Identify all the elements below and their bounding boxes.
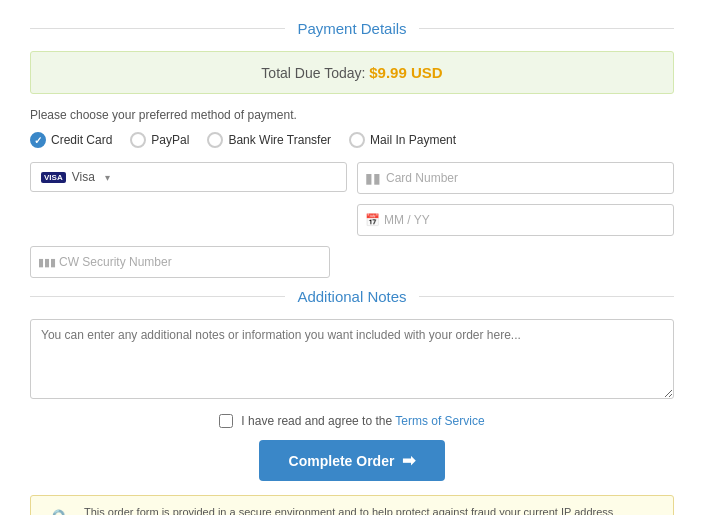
payment-details-header: Payment Details <box>30 20 674 37</box>
notes-divider: Additional Notes <box>30 288 674 305</box>
complete-btn-row: Complete Order ➡ <box>30 440 674 481</box>
complete-order-label: Complete Order <box>289 453 395 469</box>
expiry-wrapper: 📅 <box>357 204 674 236</box>
card-number-input[interactable] <box>357 162 674 194</box>
tos-link[interactable]: Terms of Service <box>395 414 484 428</box>
notes-section: Additional Notes <box>30 288 674 402</box>
radio-credit-card-label: Credit Card <box>51 133 112 147</box>
tos-label: I have read and agree to the Terms of Se… <box>241 414 484 428</box>
radio-bank-wire-label: Bank Wire Transfer <box>228 133 331 147</box>
visa-label: Visa <box>72 170 95 184</box>
visa-select-dropdown[interactable]: VISA Visa ▾ <box>30 162 347 192</box>
page-title: Payment Details <box>285 20 418 37</box>
card-fields-row2: 📅 <box>30 204 674 236</box>
cvv-input[interactable] <box>30 246 330 278</box>
visa-badge: VISA <box>41 172 66 183</box>
radio-paypal[interactable]: PayPal <box>130 132 189 148</box>
cvv-row: ▮▮▮ <box>30 246 674 278</box>
cvv-wrapper: ▮▮▮ <box>30 246 330 278</box>
radio-paypal-circle <box>130 132 146 148</box>
calendar-icon: 📅 <box>365 213 380 227</box>
radio-credit-card-circle <box>30 132 46 148</box>
radio-bank-wire[interactable]: Bank Wire Transfer <box>207 132 331 148</box>
notes-title: Additional Notes <box>285 288 418 305</box>
card-number-col: ▮▮ <box>357 162 674 194</box>
lock-icon: 🔒 <box>45 508 72 515</box>
visa-select-col: VISA Visa ▾ <box>30 162 347 194</box>
radio-paypal-label: PayPal <box>151 133 189 147</box>
security-text: This order form is provided in a secure … <box>84 506 659 515</box>
expiry-col: 📅 <box>357 204 674 236</box>
card-number-wrapper: ▮▮ <box>357 162 674 194</box>
radio-mail-in[interactable]: Mail In Payment <box>349 132 456 148</box>
total-label: Total Due Today: <box>261 65 365 81</box>
tos-checkbox[interactable] <box>219 414 233 428</box>
tos-row: I have read and agree to the Terms of Se… <box>30 414 674 428</box>
cvv-icon: ▮▮▮ <box>38 256 56 269</box>
total-due-box: Total Due Today: $9.99 USD <box>30 51 674 94</box>
payment-method-group: Credit Card PayPal Bank Wire Transfer Ma… <box>30 132 674 148</box>
radio-mail-in-circle <box>349 132 365 148</box>
payment-method-prompt: Please choose your preferred method of p… <box>30 108 674 122</box>
card-fields-row1: VISA Visa ▾ ▮▮ <box>30 162 674 194</box>
radio-bank-wire-circle <box>207 132 223 148</box>
radio-mail-in-label: Mail In Payment <box>370 133 456 147</box>
security-notice: 🔒 This order form is provided in a secur… <box>30 495 674 515</box>
total-amount: $9.99 USD <box>369 64 442 81</box>
arrow-right-icon: ➡ <box>402 451 415 470</box>
radio-credit-card[interactable]: Credit Card <box>30 132 112 148</box>
credit-card-icon: ▮▮ <box>365 170 381 186</box>
notes-textarea[interactable] <box>30 319 674 399</box>
complete-order-button[interactable]: Complete Order ➡ <box>259 440 446 481</box>
expiry-input[interactable] <box>357 204 674 236</box>
chevron-down-icon: ▾ <box>105 172 110 183</box>
